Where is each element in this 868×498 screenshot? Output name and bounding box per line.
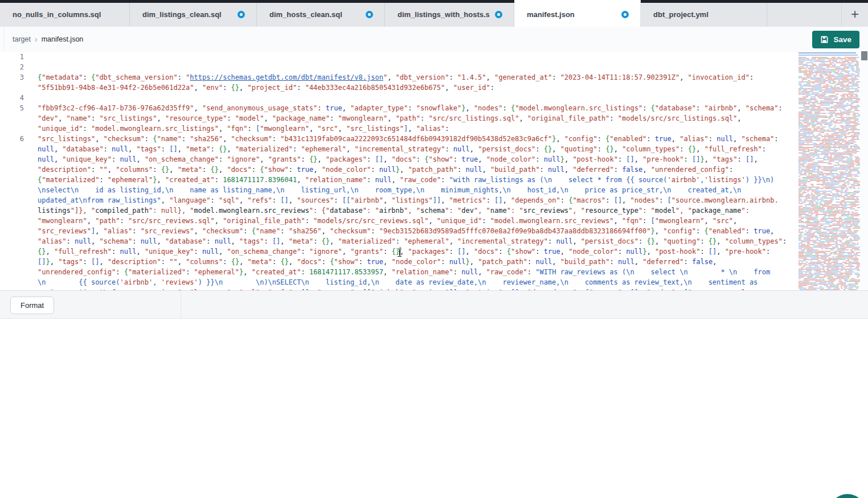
code-text[interactable]: "unrendered_config": {"materialized": "e… (38, 267, 797, 277)
code-row[interactable]: "5f51bb91-94b8-4e31-94f2-26b5e061d22a", … (0, 83, 797, 93)
new-tab-button[interactable]: + (842, 0, 868, 27)
tab-bar-filler (767, 0, 842, 27)
code-row[interactable]: "alias": null, "schema": null, "database… (0, 236, 797, 246)
line-number: 4 (0, 93, 24, 103)
scrollbar-thumb[interactable] (861, 51, 867, 60)
pane-divider (181, 291, 181, 318)
code-row[interactable]: "description": "", "columns": {}, "meta"… (0, 164, 797, 175)
line-number: 1 (0, 52, 24, 62)
code-text[interactable]: \nselect\n id as listing_id,\n name as l… (38, 185, 797, 195)
window-top-strip (0, 0, 868, 3)
code-row[interactable]: "dev", "name": "src_listings", "resource… (0, 113, 797, 124)
tab-no-nulls-in-columns[interactable]: no_nulls_in_columns.sql (0, 0, 130, 27)
code-row[interactable]: updated_at\nfrom raw_listings", "languag… (0, 195, 797, 205)
format-button[interactable]: Format (10, 297, 54, 314)
code-row[interactable]: null, "unique_key": null, "on_schema_cha… (0, 154, 797, 164)
code-row[interactable]: []}, "tags": [], "description": "", "col… (0, 257, 797, 267)
code-text[interactable]: {}, "full_refresh": null, "unique_key": … (38, 246, 797, 257)
code-row[interactable]: null, "database": null, "tags": [], "met… (0, 144, 797, 154)
file-header-bar: target › manifest.json Save (0, 27, 868, 52)
code-text[interactable]: "fbb9f3c2-cf96-4a17-b736-976a62d35ff9", … (38, 103, 797, 113)
code-text[interactable]: updated_at\nfrom raw_listings", "languag… (38, 195, 797, 205)
code-text[interactable]: "src_listings", "checksum": {"name": "sh… (38, 134, 797, 144)
code-text[interactable]: "dev", "name": "src_listings", "resource… (38, 113, 797, 124)
code-text[interactable]: "alias": null, "schema": null, "database… (38, 236, 797, 246)
unsaved-changes-icon[interactable] (238, 11, 245, 18)
ide-window: no_nulls_in_columns.sql dim_listings_cle… (0, 0, 868, 498)
unsaved-changes-icon[interactable] (621, 11, 629, 18)
tab-dim-listings-clean[interactable]: dim_listings_clean.sql (130, 0, 257, 27)
code-row[interactable]: {"materialized": "ephemeral"}, "created_… (0, 175, 797, 185)
tab-label: dim_listings_clean.sql (142, 10, 222, 19)
save-button-label: Save (833, 35, 851, 44)
code-text[interactable]: "src_reviews"], "alias": "src_reviews", … (38, 226, 797, 236)
vertical-scrollbar[interactable] (860, 50, 868, 290)
code-text[interactable]: listings"]}, "compiled_path": null}, "mo… (38, 205, 797, 216)
tab-label: manifest.json (527, 10, 575, 19)
code-row[interactable]: listings"]}, "compiled_path": null}, "mo… (0, 205, 797, 216)
code-text[interactable]: "unique_id": "model.mwonglearn.src_listi… (38, 124, 797, 134)
tab-dim-listings-with-hosts[interactable]: dim_listings_with_hosts.sql (385, 0, 514, 27)
code-text[interactable]: null, "database": null, "tags": [], "met… (38, 144, 797, 154)
code-row[interactable]: "unrendered_config": {"materialized": "e… (0, 267, 797, 277)
code-row[interactable]: "mwonglearn", "path": "src/src_reviews.s… (0, 216, 797, 226)
tab-label: dim_listings_with_hosts.sql (398, 10, 489, 19)
code-row[interactable]: 5"fbb9f3c2-cf96-4a17-b736-976a62d35ff9",… (0, 103, 797, 113)
floppy-disk-icon (820, 35, 829, 44)
code-text[interactable]: "mwonglearn", "path": "src/src_reviews.s… (38, 216, 797, 226)
tab-label: dim_hosts_clean.sql (269, 10, 342, 19)
code-editor[interactable]: 123{"metadata": {"dbt_schema_version": "… (0, 52, 797, 290)
code-row[interactable]: \n {{ source('airbnb', 'reviews') }}\n \… (0, 277, 797, 287)
code-row[interactable]: 6"src_listings", "checksum": {"name": "s… (0, 134, 797, 144)
results-panel (0, 318, 868, 498)
unsaved-changes-icon[interactable] (495, 11, 502, 18)
tab-bar: no_nulls_in_columns.sql dim_listings_cle… (0, 0, 868, 27)
code-row[interactable]: \nselect\n id as listing_id,\n name as l… (0, 185, 797, 195)
plus-icon: + (851, 6, 859, 22)
line-number: 5 (0, 103, 24, 113)
code-text[interactable]: null, "unique_key": null, "on_schema_cha… (38, 154, 797, 164)
unsaved-changes-icon[interactable] (366, 11, 373, 18)
code-row[interactable]: "src_reviews"], "alias": "src_reviews", … (0, 226, 797, 236)
minimap[interactable] (797, 52, 860, 290)
save-button[interactable]: Save (812, 31, 859, 48)
code-row[interactable]: "unique_id": "model.mwonglearn.src_listi… (0, 124, 797, 134)
line-number: 2 (0, 62, 24, 72)
tab-label: no_nulls_in_columns.sql (13, 10, 101, 19)
breadcrumb: target › manifest.json (13, 27, 83, 52)
breadcrumb-folder: target (13, 35, 31, 43)
code-row[interactable]: 4 (0, 93, 797, 103)
code-text[interactable]: []}, "tags": [], "description": "", "col… (38, 257, 797, 267)
code-text[interactable]: "5f51bb91-94b8-4e31-94f2-26b5e061d22a", … (38, 83, 797, 93)
line-number: 6 (0, 134, 24, 144)
code-row[interactable]: 1 (0, 52, 797, 62)
editor-action-bar: Format (0, 290, 868, 318)
tab-dim-hosts-clean[interactable]: dim_hosts_clean.sql (257, 0, 385, 27)
code-text[interactable]: {"materialized": "ephemeral"}, "created_… (38, 175, 797, 185)
code-text[interactable]: "description": "", "columns": {}, "meta"… (38, 164, 797, 175)
code-row[interactable]: 2 (0, 62, 797, 72)
tab-manifest-json[interactable]: manifest.json (514, 0, 641, 27)
chevron-right-icon: › (35, 35, 38, 44)
line-number: 3 (0, 72, 24, 83)
code-row[interactable]: 3{"metadata": {"dbt_schema_version": "ht… (0, 72, 797, 83)
breadcrumb-file: manifest.json (42, 35, 84, 43)
code-text[interactable]: {"metadata": {"dbt_schema_version": "htt… (38, 72, 797, 83)
mouse-ibeam-cursor (399, 249, 400, 256)
tab-label: dbt_project.yml (653, 10, 709, 19)
tab-dbt-project-yml[interactable]: dbt_project.yml (641, 0, 767, 27)
code-text[interactable]: \n {{ source('airbnb', 'reviews') }}\n \… (38, 277, 797, 287)
